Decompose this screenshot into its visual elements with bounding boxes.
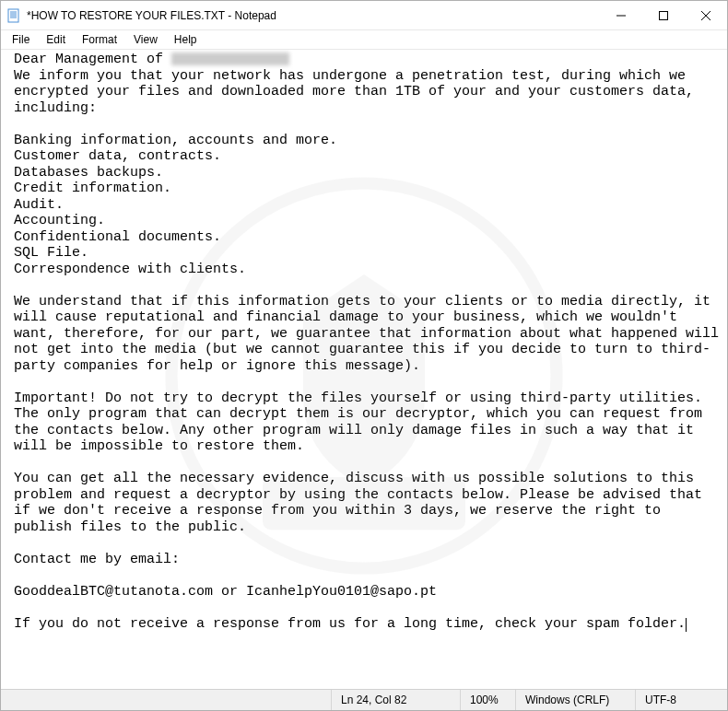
- status-position: Ln 24, Col 82: [331, 690, 460, 710]
- status-zoom: 100%: [460, 690, 515, 710]
- list-item-7: Confidentional documents.: [14, 229, 221, 245]
- paragraph-7: If you do not receive a response from us…: [14, 616, 686, 632]
- statusbar: Ln 24, Col 82 100% Windows (CRLF) UTF-8: [1, 689, 727, 710]
- paragraph-1: We inform you that your network has unde…: [14, 68, 702, 116]
- menu-help[interactable]: Help: [167, 32, 205, 47]
- redacted-name: [171, 52, 289, 65]
- paragraph-5: Contact me by email:: [14, 552, 180, 567]
- menu-edit[interactable]: Edit: [39, 32, 73, 47]
- list-item-3: Databases backups.: [14, 165, 163, 181]
- maximize-button[interactable]: [642, 1, 685, 29]
- titlebar: *HOW TO RESTORE YOUR FILES.TXT - Notepad: [1, 1, 727, 30]
- greeting-line: Dear Management of: [14, 52, 289, 67]
- paragraph-4: You can get all the necessary evidence, …: [14, 471, 710, 535]
- status-encoding: UTF-8: [635, 690, 727, 710]
- status-line-ending: Windows (CRLF): [515, 690, 635, 710]
- svg-rect-6: [660, 11, 668, 19]
- window-title: *HOW TO RESTORE YOUR FILES.TXT - Notepad: [27, 9, 600, 22]
- menubar: File Edit Format View Help: [1, 30, 727, 49]
- text-caret: [686, 618, 687, 632]
- minimize-button[interactable]: [600, 1, 642, 29]
- paragraph-2: We understand that if this information g…: [14, 294, 727, 374]
- close-button[interactable]: [685, 1, 727, 29]
- menu-file[interactable]: File: [5, 32, 37, 47]
- list-item-6: Accounting.: [14, 213, 105, 228]
- list-item-4: Credit information.: [14, 181, 171, 196]
- paragraph-3: Important! Do not try to decrypt the fil…: [14, 390, 710, 455]
- list-item-5: Audit.: [14, 197, 64, 213]
- window-controls: [600, 1, 727, 29]
- notepad-icon: [6, 8, 21, 23]
- list-item-9: Correspondence with clients.: [14, 262, 246, 277]
- list-item-8: SQL File.: [14, 245, 88, 261]
- text-area[interactable]: Dear Management of We inform you that yo…: [1, 49, 727, 689]
- notepad-window: *HOW TO RESTORE YOUR FILES.TXT - Notepad…: [0, 0, 728, 711]
- paragraph-6: GooddealBTC@tutanota.com or IcanhelpYou0…: [14, 584, 437, 600]
- menu-format[interactable]: Format: [75, 32, 124, 47]
- list-item-2: Customer data, contracts.: [14, 148, 221, 164]
- menu-view[interactable]: View: [126, 32, 165, 47]
- list-item-1: Banking information, accounts and more.: [14, 133, 337, 148]
